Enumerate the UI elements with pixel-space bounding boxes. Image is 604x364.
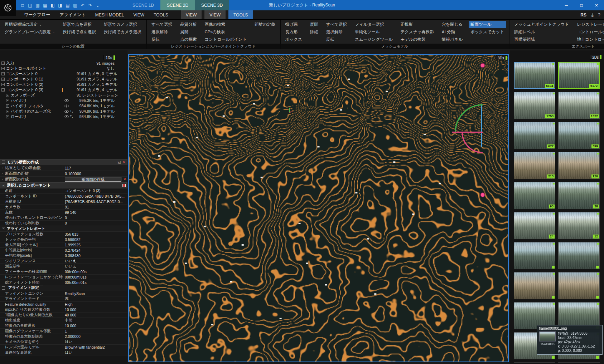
thumbnail[interactable]: 213 (514, 152, 555, 179)
minimize-button[interactable]: ─ (559, 0, 574, 10)
close-button[interactable]: ✕ (589, 0, 604, 10)
gizmo-handle-mid[interactable] (480, 193, 485, 197)
context-tab-0[interactable]: VIEW (181, 10, 202, 19)
visibility-eye-icon[interactable] (64, 115, 69, 119)
ribbon-button[interactable]: 情報パネル (440, 36, 464, 43)
thumbnail[interactable]: 677 (514, 122, 555, 149)
ribbon-button[interactable]: 選択解除 (150, 28, 174, 35)
ribbon-button[interactable]: すべて選択 (324, 21, 349, 28)
tree-expander-icon[interactable]: - (1, 88, 5, 92)
thumbnail[interactable] (514, 272, 555, 299)
ribbon-button[interactable]: テクスチャ再投影 (398, 28, 435, 35)
viewport-3d[interactable]: 3Ds (128, 54, 509, 362)
collapse-icon[interactable]: − (2, 227, 5, 230)
app-logo[interactable] (0, 0, 16, 16)
ribbon-button[interactable]: 矩形でカメラ選択 (102, 21, 143, 28)
remove-icon[interactable]: ✕ (122, 177, 127, 181)
tree-expander-icon[interactable]: + (1, 62, 5, 65)
ribbon-button[interactable]: 断面ツール (469, 21, 506, 28)
ribbon-button[interactable]: 反転 (324, 36, 349, 43)
tree-expander-icon[interactable]: + (6, 99, 9, 102)
tree-expander-icon[interactable]: + (6, 104, 9, 108)
close-panel-icon[interactable]: ✕ (123, 160, 126, 164)
ribbon-button[interactable]: 矩形で点を選択 (61, 21, 98, 28)
ribbon-button[interactable]: すべて選択 (150, 21, 174, 28)
ribbon-button[interactable]: メッシュとポイントクラウド (512, 21, 571, 28)
undo-icon[interactable]: ↶ (79, 2, 86, 9)
layout-columns-icon[interactable]: ▥ (72, 2, 78, 9)
ribbon-button[interactable]: 投げ縄で点を選択 (61, 28, 98, 35)
ribbon-button[interactable]: 画像の検索 (203, 21, 248, 28)
cut-panel-header[interactable]: − モデル断面の作成 ◱ ✕ (0, 159, 127, 165)
dock-icon[interactable]: ◱ (117, 160, 121, 164)
ribbon-button[interactable]: 展開 (308, 21, 320, 28)
tree-expander-icon[interactable]: + (6, 115, 9, 118)
thumbnail[interactable]: 399 (558, 122, 600, 149)
ribbon-button[interactable]: 地上コントロール (575, 36, 604, 43)
ribbon-button[interactable]: 再構築領域 (512, 36, 571, 43)
tree-expander-icon[interactable]: + (1, 83, 5, 86)
help-icon[interactable]: ? (598, 12, 600, 18)
ribbon-button[interactable]: 点の探索 (178, 36, 198, 43)
visibility-eye-icon[interactable] (64, 99, 69, 103)
component-panel-header[interactable]: − 選択したコンポーネント (0, 182, 127, 188)
account-label[interactable]: RS (580, 13, 586, 18)
property-section-header[interactable]: −アライメントレポート (0, 226, 127, 232)
thumbnail[interactable]: 120 (558, 152, 600, 179)
ribbon-button[interactable]: コントロールポイント (203, 36, 248, 43)
layout-left-split-icon[interactable]: ◧ (49, 2, 56, 9)
menu-item-1[interactable]: アライメント (55, 10, 91, 19)
ribbon-button[interactable]: 投げ縄でカメラ選択 (102, 28, 143, 35)
tree-expander-icon[interactable]: + (6, 94, 9, 97)
layout-rows-icon[interactable]: ▤ (64, 2, 71, 9)
ribbon-button[interactable]: 詳細 (308, 28, 320, 35)
thumbnail[interactable]: 38 (558, 182, 600, 209)
ribbon-button[interactable]: ボックスでカット (469, 28, 506, 35)
ribbon-button[interactable]: モデルの複製 (398, 36, 435, 43)
layout-grid-icon[interactable]: ▦ (42, 2, 48, 9)
ribbon-button[interactable]: AI 分類 (440, 28, 464, 35)
scene-tab-scene-1d[interactable]: SCENE 1D (126, 0, 160, 10)
maximize-button[interactable]: □ (574, 0, 589, 10)
collapse-icon[interactable]: − (2, 161, 5, 164)
layout-two-pane-icon[interactable]: ◫ (27, 2, 33, 9)
thumbnail[interactable]: 24 (514, 212, 555, 239)
thumbnail[interactable]: 1753 (514, 92, 555, 119)
collapse-icon[interactable]: − (2, 184, 5, 187)
gizmo-arc-pink[interactable] (462, 132, 483, 153)
ribbon-button[interactable]: 穴を閉じる (440, 21, 464, 28)
thumbnail[interactable]: 6194 (514, 62, 555, 89)
ribbon-button[interactable]: 反転 (150, 36, 174, 43)
menu-item-2[interactable]: MESH MODEL (91, 10, 129, 19)
ribbon-button[interactable]: 詳細レベル (512, 28, 571, 35)
ribbon-button[interactable]: 正投影 (398, 21, 435, 28)
ribbon-button[interactable]: 距離の定義 (253, 21, 277, 28)
ribbon-button[interactable]: 長方形 (284, 28, 304, 35)
gizmo-handle-top[interactable] (480, 63, 485, 68)
ribbon-button[interactable]: ボックス (284, 36, 304, 43)
menu-item-3[interactable]: VIEW (129, 10, 149, 19)
ribbon-button[interactable]: CPsの検索 (203, 28, 248, 35)
ribbon-button[interactable]: フィルター選択 (353, 21, 394, 28)
scene-tab-scene-3d[interactable]: SCENE 3D (195, 0, 229, 10)
collapse-icon[interactable]: − (2, 286, 5, 290)
tree-expander-icon[interactable]: + (1, 67, 5, 70)
download-icon[interactable]: ⤓ (591, 12, 594, 18)
context-tab-1[interactable]: VIEW (204, 10, 226, 19)
ribbon-button[interactable]: 品質分析 (178, 21, 198, 28)
texture-icon[interactable]: Tx (70, 115, 73, 119)
thumbnail[interactable]: 12 (558, 212, 600, 239)
layout-single-icon[interactable]: □ (19, 2, 26, 9)
property-section-header[interactable]: −アライメント設定 (0, 285, 127, 291)
thumbnail[interactable]: 1322 (558, 92, 600, 119)
menu-item-4[interactable]: TOOLS (149, 10, 173, 19)
gizmo-arc-green[interactable] (455, 105, 483, 132)
pin-icon[interactable] (122, 184, 126, 187)
context-tab-2[interactable]: TOOLS (228, 10, 253, 19)
visibility-eye-icon[interactable] (64, 109, 69, 114)
thumbnail[interactable] (514, 242, 555, 269)
ribbon-button[interactable]: 再構築領域の設定⌄ (3, 21, 57, 28)
create-cut-plan-button[interactable]: 断面図の作成 (65, 177, 121, 182)
ribbon-button[interactable]: 選択解除 (324, 28, 349, 35)
redo-icon[interactable]: ↷ (87, 2, 93, 9)
